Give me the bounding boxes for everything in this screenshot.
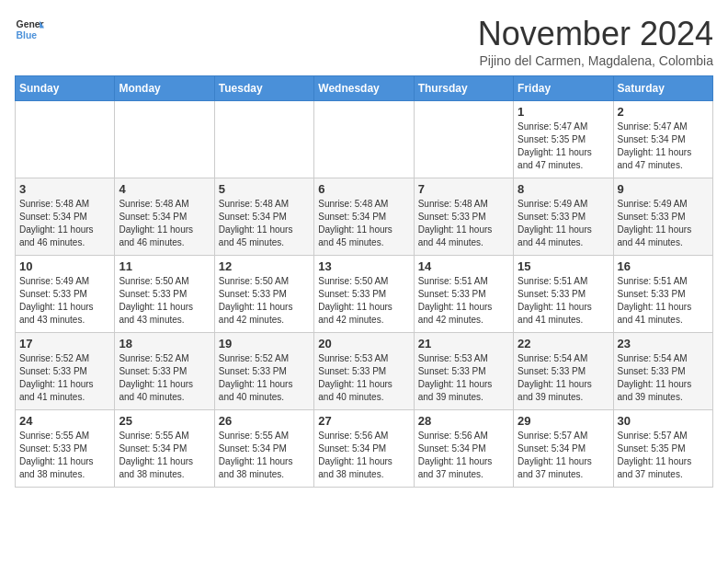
calendar-cell: 24Sunrise: 5:55 AMSunset: 5:33 PMDayligh… [16,410,115,488]
day-header-wednesday: Wednesday [314,76,414,101]
day-number: 14 [418,259,509,273]
day-number: 17 [19,337,110,350]
calendar-cell [16,101,115,178]
day-header-tuesday: Tuesday [214,76,313,101]
calendar-cell: 3Sunrise: 5:48 AMSunset: 5:34 PMDaylight… [16,178,115,256]
calendar-cell: 19Sunrise: 5:52 AMSunset: 5:33 PMDayligh… [214,333,313,410]
day-info: Sunrise: 5:55 AMSunset: 5:34 PMDaylight:… [219,430,310,481]
calendar-cell: 4Sunrise: 5:48 AMSunset: 5:34 PMDaylight… [115,178,214,256]
day-number: 1 [518,105,609,119]
day-info: Sunrise: 5:56 AMSunset: 5:34 PMDaylight:… [318,430,409,481]
calendar-cell: 22Sunrise: 5:54 AMSunset: 5:33 PMDayligh… [514,333,613,410]
calendar-week-5: 24Sunrise: 5:55 AMSunset: 5:33 PMDayligh… [16,410,713,488]
day-info: Sunrise: 5:56 AMSunset: 5:34 PMDaylight:… [418,430,509,481]
day-info: Sunrise: 5:54 AMSunset: 5:33 PMDaylight:… [518,352,609,404]
day-info: Sunrise: 5:57 AMSunset: 5:34 PMDaylight:… [518,430,609,481]
day-number: 3 [19,182,110,196]
calendar-table: SundayMondayTuesdayWednesdayThursdayFrid… [15,75,713,488]
calendar-cell [214,101,313,178]
calendar-cell: 8Sunrise: 5:49 AMSunset: 5:33 PMDaylight… [514,178,613,256]
calendar-cell: 18Sunrise: 5:52 AMSunset: 5:33 PMDayligh… [115,333,214,410]
calendar-cell: 1Sunrise: 5:47 AMSunset: 5:35 PMDaylight… [514,101,613,178]
day-number: 21 [418,337,509,350]
day-number: 6 [318,182,409,196]
calendar-week-1: 1Sunrise: 5:47 AMSunset: 5:35 PMDaylight… [16,101,713,178]
day-number: 10 [19,259,110,273]
day-info: Sunrise: 5:51 AMSunset: 5:33 PMDaylight:… [618,275,709,327]
calendar-cell: 15Sunrise: 5:51 AMSunset: 5:33 PMDayligh… [514,256,613,333]
day-info: Sunrise: 5:48 AMSunset: 5:34 PMDaylight:… [19,198,110,249]
day-info: Sunrise: 5:55 AMSunset: 5:34 PMDaylight:… [119,430,210,481]
calendar-week-2: 3Sunrise: 5:48 AMSunset: 5:34 PMDaylight… [16,178,713,256]
calendar-week-3: 10Sunrise: 5:49 AMSunset: 5:33 PMDayligh… [16,256,713,333]
day-number: 5 [219,182,310,196]
day-number: 8 [518,182,609,196]
day-number: 19 [219,337,310,350]
day-number: 22 [518,337,609,350]
day-info: Sunrise: 5:52 AMSunset: 5:33 PMDaylight:… [19,352,110,404]
day-number: 2 [618,105,709,119]
day-number: 27 [318,414,409,428]
day-number: 18 [119,337,210,350]
day-number: 9 [618,182,709,196]
calendar-cell: 6Sunrise: 5:48 AMSunset: 5:34 PMDaylight… [314,178,414,256]
calendar-cell [314,101,414,178]
day-info: Sunrise: 5:48 AMSunset: 5:34 PMDaylight:… [119,198,210,249]
day-info: Sunrise: 5:49 AMSunset: 5:33 PMDaylight:… [618,198,709,249]
calendar-cell: 26Sunrise: 5:55 AMSunset: 5:34 PMDayligh… [214,410,313,488]
day-info: Sunrise: 5:50 AMSunset: 5:33 PMDaylight:… [219,275,310,327]
calendar-cell: 29Sunrise: 5:57 AMSunset: 5:34 PMDayligh… [514,410,613,488]
day-number: 23 [618,337,709,350]
calendar-cell: 9Sunrise: 5:49 AMSunset: 5:33 PMDaylight… [613,178,712,256]
calendar-cell: 7Sunrise: 5:48 AMSunset: 5:33 PMDaylight… [414,178,513,256]
calendar-cell: 14Sunrise: 5:51 AMSunset: 5:33 PMDayligh… [414,256,513,333]
day-number: 11 [119,259,210,273]
calendar-cell: 13Sunrise: 5:50 AMSunset: 5:33 PMDayligh… [314,256,414,333]
day-info: Sunrise: 5:50 AMSunset: 5:33 PMDaylight:… [119,275,210,327]
calendar-header-row: SundayMondayTuesdayWednesdayThursdayFrid… [16,76,713,101]
day-number: 30 [618,414,709,428]
calendar-cell: 23Sunrise: 5:54 AMSunset: 5:33 PMDayligh… [613,333,712,410]
day-info: Sunrise: 5:48 AMSunset: 5:34 PMDaylight:… [219,198,310,249]
day-number: 13 [318,259,409,273]
day-number: 26 [219,414,310,428]
calendar-cell: 11Sunrise: 5:50 AMSunset: 5:33 PMDayligh… [115,256,214,333]
day-info: Sunrise: 5:51 AMSunset: 5:33 PMDaylight:… [418,275,509,327]
day-info: Sunrise: 5:50 AMSunset: 5:33 PMDaylight:… [318,275,409,327]
calendar-cell: 2Sunrise: 5:47 AMSunset: 5:34 PMDaylight… [613,101,712,178]
logo: General Blue [15,15,44,44]
calendar-cell: 20Sunrise: 5:53 AMSunset: 5:33 PMDayligh… [314,333,414,410]
day-info: Sunrise: 5:53 AMSunset: 5:33 PMDaylight:… [418,352,509,404]
calendar-cell: 12Sunrise: 5:50 AMSunset: 5:33 PMDayligh… [214,256,313,333]
day-number: 24 [19,414,110,428]
day-info: Sunrise: 5:47 AMSunset: 5:34 PMDaylight:… [618,121,709,172]
day-number: 12 [219,259,310,273]
calendar-cell: 5Sunrise: 5:48 AMSunset: 5:34 PMDaylight… [214,178,313,256]
calendar-cell: 27Sunrise: 5:56 AMSunset: 5:34 PMDayligh… [314,410,414,488]
logo-icon: General Blue [15,15,44,44]
day-number: 28 [418,414,509,428]
day-info: Sunrise: 5:48 AMSunset: 5:33 PMDaylight:… [418,198,509,249]
day-header-saturday: Saturday [613,76,712,101]
day-number: 20 [318,337,409,350]
month-title: November 2024 [478,15,713,53]
calendar-cell [414,101,513,178]
day-info: Sunrise: 5:52 AMSunset: 5:33 PMDaylight:… [119,352,210,404]
day-info: Sunrise: 5:47 AMSunset: 5:35 PMDaylight:… [518,121,609,172]
day-info: Sunrise: 5:51 AMSunset: 5:33 PMDaylight:… [518,275,609,327]
day-info: Sunrise: 5:54 AMSunset: 5:33 PMDaylight:… [618,352,709,404]
calendar-week-4: 17Sunrise: 5:52 AMSunset: 5:33 PMDayligh… [16,333,713,410]
day-number: 4 [119,182,210,196]
title-block: November 2024 Pijino del Carmen, Magdale… [478,15,713,68]
day-number: 16 [618,259,709,273]
location-subtitle: Pijino del Carmen, Magdalena, Colombia [478,53,713,68]
day-info: Sunrise: 5:52 AMSunset: 5:33 PMDaylight:… [219,352,310,404]
svg-text:Blue: Blue [17,30,38,40]
day-header-sunday: Sunday [16,76,115,101]
day-info: Sunrise: 5:55 AMSunset: 5:33 PMDaylight:… [19,430,110,481]
calendar-cell: 25Sunrise: 5:55 AMSunset: 5:34 PMDayligh… [115,410,214,488]
day-info: Sunrise: 5:53 AMSunset: 5:33 PMDaylight:… [318,352,409,404]
calendar-cell: 17Sunrise: 5:52 AMSunset: 5:33 PMDayligh… [16,333,115,410]
day-header-thursday: Thursday [414,76,513,101]
calendar-cell: 21Sunrise: 5:53 AMSunset: 5:33 PMDayligh… [414,333,513,410]
